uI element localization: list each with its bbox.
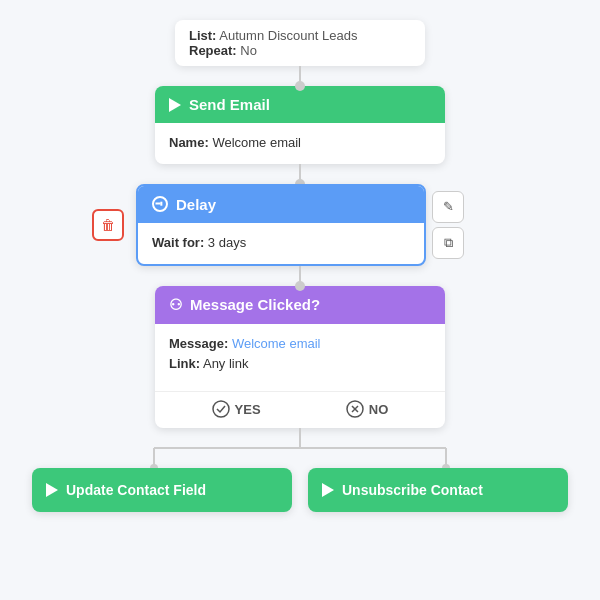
send-email-body: Name: Welcome email <box>155 123 445 164</box>
bottom-row: Update Contact Field Unsubscribe Contact <box>20 468 580 512</box>
play-icon-unsubscribe <box>322 483 334 497</box>
delay-card[interactable]: Delay Wait for: 3 days <box>136 184 426 266</box>
repeat-label: Repeat: <box>189 43 237 58</box>
message-clicked-header: ⚇ Message Clicked? <box>155 286 445 324</box>
delay-title: Delay <box>176 196 216 213</box>
svg-point-9 <box>442 464 450 468</box>
clock-icon <box>152 196 168 212</box>
info-card: List: Autumn Discount Leads Repeat: No <box>175 20 425 66</box>
link-value: Any link <box>203 356 249 371</box>
svg-point-0 <box>213 401 229 417</box>
unsubscribe-contact-label: Unsubscribe Contact <box>342 482 483 498</box>
message-clicked-card[interactable]: ⚇ Message Clicked? Message: Welcome emai… <box>155 286 445 429</box>
send-email-card[interactable]: Send Email Name: Welcome email <box>155 86 445 164</box>
no-button[interactable]: NO <box>346 400 389 418</box>
list-label: List: <box>189 28 216 43</box>
repeat-value: No <box>240 43 257 58</box>
yes-button[interactable]: YES <box>212 400 261 418</box>
message-clicked-title: Message Clicked? <box>190 296 320 313</box>
side-buttons: ✎ ⧉ <box>432 191 464 259</box>
connector-3 <box>299 266 301 286</box>
check-circle-icon <box>212 400 230 418</box>
edit-button[interactable]: ✎ <box>432 191 464 223</box>
list-value: Autumn Discount Leads <box>219 28 357 43</box>
send-email-title: Send Email <box>189 96 270 113</box>
name-label: Name: <box>169 135 209 150</box>
svg-point-8 <box>150 464 158 468</box>
delay-body: Wait for: 3 days <box>138 223 424 264</box>
delete-button[interactable]: 🗑 <box>92 209 124 241</box>
unsubscribe-contact-card[interactable]: Unsubscribe Contact <box>308 468 568 512</box>
message-label: Message: <box>169 336 228 351</box>
connector-2 <box>299 164 301 184</box>
update-contact-card[interactable]: Update Contact Field <box>32 468 292 512</box>
yes-no-row: YES NO <box>155 391 445 428</box>
name-value: Welcome email <box>212 135 301 150</box>
play-icon <box>169 98 181 112</box>
wait-value: 3 days <box>208 235 246 250</box>
play-icon-update <box>46 483 58 497</box>
edit-icon: ✎ <box>443 199 454 214</box>
delay-header: Delay <box>138 186 424 223</box>
copy-button[interactable]: ⧉ <box>432 227 464 259</box>
delay-wrapper: 🗑 Delay Wait for: 3 days ✎ ⧉ <box>136 184 464 266</box>
connector-1 <box>299 66 301 86</box>
copy-icon: ⧉ <box>444 235 453 251</box>
forking-connector <box>20 428 580 468</box>
trash-icon: 🗑 <box>101 217 115 233</box>
message-value: Welcome email <box>232 336 321 351</box>
send-email-header: Send Email <box>155 86 445 123</box>
branch-icon: ⚇ <box>169 296 182 314</box>
x-circle-icon <box>346 400 364 418</box>
wait-label: Wait for: <box>152 235 204 250</box>
message-clicked-body: Message: Welcome email Link: Any link <box>155 324 445 386</box>
link-label: Link: <box>169 356 200 371</box>
update-contact-label: Update Contact Field <box>66 482 206 498</box>
